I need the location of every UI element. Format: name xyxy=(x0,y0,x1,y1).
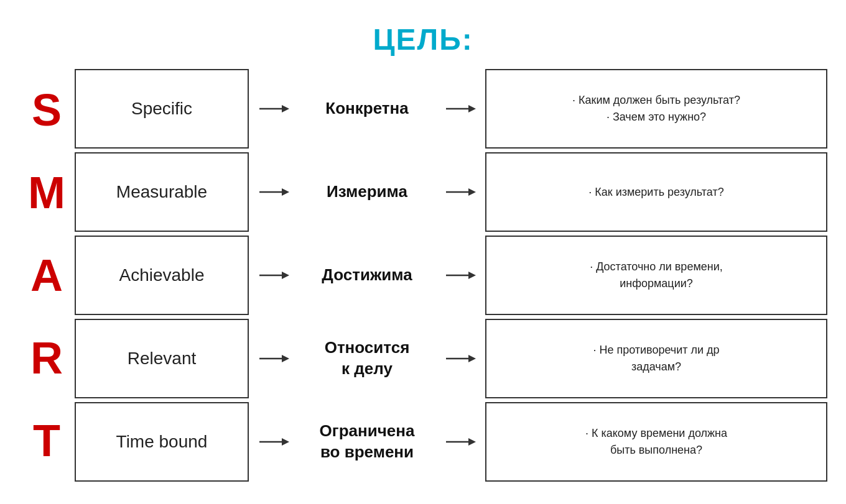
main-container: ЦЕЛЬ: S M A R T Specific Measurable Achi… xyxy=(19,22,827,482)
arrow-2-m xyxy=(435,152,485,232)
arrow-1-s xyxy=(249,69,299,149)
arrow-icon-4 xyxy=(258,351,289,366)
letter-t: T xyxy=(19,400,75,481)
russian-relevant: Относитсяк делу xyxy=(299,319,435,398)
svg-marker-9 xyxy=(282,438,289,446)
svg-marker-11 xyxy=(468,105,476,112)
desc-relevant: · Не противоречит ли дрзадачам? xyxy=(485,319,827,398)
arrow-icon-7 xyxy=(445,185,476,199)
arrow-1-t xyxy=(249,402,299,482)
desc-timebound: · К какому времени должнабыть выполнена? xyxy=(485,402,827,482)
svg-marker-7 xyxy=(282,355,289,362)
russian-timebound: Ограниченаво времени xyxy=(299,402,435,482)
russian-measurable: Измерима xyxy=(299,152,435,232)
letter-s: S xyxy=(19,70,75,150)
arrow-2-a xyxy=(435,236,485,315)
arrow-icon-1 xyxy=(258,101,289,116)
term-relevant: Relevant xyxy=(75,319,249,398)
arrow-icon-3 xyxy=(258,268,289,283)
smart-letters-column: S M A R T xyxy=(19,69,75,482)
letter-r: R xyxy=(19,318,75,398)
russian-terms-column: Конкретна Измерима Достижима Относитсяк … xyxy=(299,69,435,482)
svg-marker-5 xyxy=(282,272,289,279)
page-title: ЦЕЛЬ: xyxy=(373,22,473,57)
desc-measurable: · Как измерить результат? xyxy=(485,152,827,232)
desc-specific: · Каким должен быть результат?· Зачем эт… xyxy=(485,69,827,149)
smart-grid: S M A R T Specific Measurable Achievable… xyxy=(19,69,827,482)
arrows-col-2 xyxy=(435,69,485,482)
arrow-2-t xyxy=(435,402,485,482)
svg-marker-15 xyxy=(468,272,476,279)
arrow-icon-5 xyxy=(258,434,289,449)
arrows-col-1 xyxy=(249,69,299,482)
svg-marker-19 xyxy=(468,438,476,446)
arrow-icon-9 xyxy=(445,351,476,366)
arrow-icon-8 xyxy=(445,268,476,283)
term-timebound: Time bound xyxy=(75,402,249,482)
arrow-1-a xyxy=(249,236,299,315)
arrow-icon-2 xyxy=(258,185,289,199)
svg-marker-13 xyxy=(468,188,476,196)
term-measurable: Measurable xyxy=(75,152,249,232)
svg-marker-3 xyxy=(282,188,289,196)
desc-achievable: · Достаточно ли времени,информации? xyxy=(485,236,827,315)
english-terms-column: Specific Measurable Achievable Relevant … xyxy=(75,69,249,482)
letter-a: A xyxy=(19,235,75,316)
arrow-1-r xyxy=(249,319,299,398)
svg-marker-1 xyxy=(282,105,289,112)
arrow-2-s xyxy=(435,69,485,149)
term-specific: Specific xyxy=(75,69,249,149)
arrow-icon-6 xyxy=(445,101,476,116)
descriptions-column: · Каким должен быть результат?· Зачем эт… xyxy=(485,69,827,482)
russian-achievable: Достижима xyxy=(299,236,435,315)
russian-specific: Конкретна xyxy=(299,69,435,149)
arrow-2-r xyxy=(435,319,485,398)
svg-marker-17 xyxy=(468,355,476,362)
arrow-icon-10 xyxy=(445,434,476,449)
arrow-1-m xyxy=(249,152,299,232)
term-achievable: Achievable xyxy=(75,236,249,315)
letter-m: M xyxy=(19,152,75,233)
